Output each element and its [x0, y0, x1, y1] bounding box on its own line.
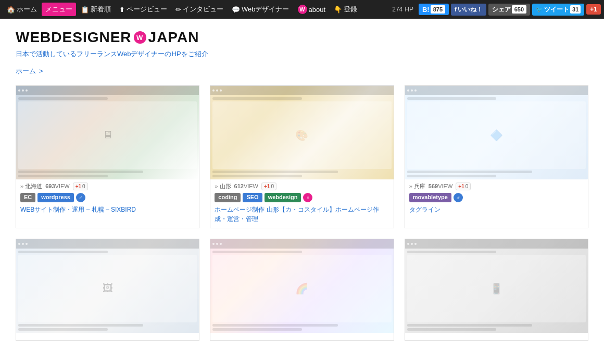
card-region: 山形: [215, 183, 231, 190]
tw-label: ツイート: [544, 5, 569, 14]
site-title: WEBDESIGNER W JAPAN: [16, 29, 588, 46]
webdesigner-icon: 💬: [232, 6, 240, 14]
nav-new-label: 新着順: [91, 5, 111, 14]
navbar: 🏠 ホーム メニュー 📋 新着順 ⬆ ページビュー ✏ インタビュー 💬 Web…: [0, 0, 604, 19]
nav-pageview-label: ページビュー: [127, 5, 167, 14]
site-description: 日本で活動しているフリーランスWebデザイナーのHPをご紹介: [16, 49, 588, 59]
view-count: 693VIEW: [45, 183, 69, 189]
nav-register[interactable]: 👇 登録: [330, 3, 361, 16]
nav-webdesigner[interactable]: 💬 Webデザイナー: [228, 3, 293, 16]
card-thumbnail: 📱: [405, 239, 588, 333]
nav-register-label: 登録: [344, 5, 357, 14]
share-label: シェア: [492, 5, 511, 14]
gplus-badge: +1 0: [261, 183, 276, 190]
card-region: 兵庫: [409, 183, 425, 190]
b-button[interactable]: B! 875: [419, 4, 449, 15]
tag-item[interactable]: wordpress: [37, 193, 74, 202]
gender-icon: ♂: [454, 193, 463, 202]
card-6[interactable]: 📱: [405, 239, 588, 341]
share-button[interactable]: シェア 650: [488, 4, 530, 16]
interview-icon: ✏: [175, 6, 181, 14]
card-thumbnail: 🌈: [210, 239, 393, 333]
card-region: 北海道: [20, 183, 42, 190]
nav-interview[interactable]: ✏ インタビュー: [172, 3, 227, 16]
tag-item[interactable]: coding: [215, 193, 241, 202]
gender-icon: ♂: [76, 193, 85, 202]
card-tags: codingSEOwebdesign♀: [215, 193, 389, 202]
fb-button[interactable]: f いいね！: [451, 4, 486, 16]
card-title[interactable]: タグライン: [409, 205, 584, 214]
register-icon: 👇: [334, 6, 342, 14]
card-tags: movabletype♂: [409, 193, 584, 202]
card-footer: [405, 333, 588, 340]
view-count: 569VIEW: [429, 183, 452, 189]
nav-webdesigner-label: Webデザイナー: [242, 5, 290, 14]
card-4[interactable]: 🖼: [16, 239, 199, 341]
b-icon: B!: [422, 6, 430, 14]
pageview-icon: ⬆: [119, 6, 125, 14]
gplus-badge: +1 0: [456, 183, 471, 190]
nav-home-label: ホーム: [17, 5, 37, 14]
card-meta: 兵庫569VIEW+1 0: [409, 183, 584, 190]
nav-menu[interactable]: メニュー: [42, 3, 76, 16]
title-part2: JAPAN: [148, 29, 199, 46]
nav-about-label: about: [309, 6, 326, 14]
social-area: 274 HP B! 875 f いいね！ シェア 650 🐦 ツイート 31 +…: [392, 4, 601, 16]
card-footer: [16, 333, 199, 340]
nav-about[interactable]: W about: [294, 3, 330, 16]
page-content: WEBDESIGNER W JAPAN 日本で活動しているフリーランスWebデザ…: [0, 19, 604, 356]
title-part1: WEBDESIGNER: [16, 29, 132, 46]
card-tags: ECwordpress♂: [20, 193, 195, 202]
tag-item[interactable]: SEO: [243, 193, 262, 202]
nav-new[interactable]: 📋 新着順: [77, 3, 115, 16]
hp-count: 274: [392, 6, 402, 13]
card-footer: 山形612VIEW+1 0codingSEOwebdesign♀ホームページ制作…: [210, 179, 393, 228]
card-3[interactable]: 🔷 兵庫569VIEW+1 0movabletype♂タグライン: [405, 85, 588, 228]
card-thumbnail: 🔷: [405, 86, 588, 179]
list-icon: 📋: [81, 6, 89, 14]
card-meta: 北海道693VIEW+1 0: [20, 183, 195, 190]
breadcrumb-home[interactable]: ホーム: [16, 67, 36, 76]
heart-w-icon: W: [134, 31, 146, 44]
tag-item[interactable]: EC: [20, 193, 35, 202]
gplus-button[interactable]: +1: [586, 4, 601, 15]
breadcrumb-sep: >: [39, 67, 43, 75]
tw-icon: 🐦: [536, 6, 543, 13]
nav-home[interactable]: 🏠 ホーム: [3, 3, 41, 16]
tag-item[interactable]: webdesign: [265, 193, 301, 202]
card-meta: 山形612VIEW+1 0: [215, 183, 389, 190]
card-footer: [210, 333, 393, 340]
fb-icon: f: [455, 6, 457, 12]
card-grid: 🖥 北海道693VIEW+1 0ECwordpress♂WEBサイト制作・運用 …: [16, 85, 588, 341]
nav-menu-label: メニュー: [45, 5, 72, 14]
card-2[interactable]: 🎨 山形612VIEW+1 0codingSEOwebdesign♀ホームページ…: [210, 85, 394, 228]
card-title[interactable]: ホームページ制作 山形【カ・コスタイル】ホームページ作成・運営・管理: [215, 205, 389, 224]
b-count: 875: [431, 5, 445, 14]
card-title[interactable]: WEBサイト制作・運用 – 札幌 – SIXBIRD: [20, 205, 195, 214]
home-icon: 🏠: [7, 6, 15, 14]
card-thumbnail: 🖥: [16, 86, 199, 179]
card-5[interactable]: 🌈: [210, 239, 394, 341]
gender-icon: ♀: [303, 193, 312, 202]
card-thumbnail: 🖼: [16, 239, 199, 333]
card-footer: 北海道693VIEW+1 0ECwordpress♂WEBサイト制作・運用 – …: [16, 179, 199, 218]
card-thumbnail: 🎨: [210, 86, 393, 179]
gplus-label: +1: [590, 6, 597, 13]
about-w-icon: W: [298, 5, 307, 14]
fb-label: いいね！: [458, 5, 483, 14]
nav-pageview[interactable]: ⬆ ページビュー: [116, 3, 171, 16]
share-count: 650: [512, 5, 526, 14]
tag-item[interactable]: movabletype: [409, 193, 451, 202]
hp-label: HP: [405, 6, 413, 13]
gplus-badge: +1 0: [73, 183, 88, 190]
card-1[interactable]: 🖥 北海道693VIEW+1 0ECwordpress♂WEBサイト制作・運用 …: [16, 85, 199, 228]
tweet-button[interactable]: 🐦 ツイート 31: [532, 4, 584, 16]
view-count: 612VIEW: [234, 183, 258, 189]
card-footer: 兵庫569VIEW+1 0movabletype♂タグライン: [405, 179, 588, 218]
nav-interview-label: インタビュー: [183, 5, 223, 14]
breadcrumb: ホーム >: [16, 67, 588, 76]
tw-count: 31: [570, 5, 581, 14]
